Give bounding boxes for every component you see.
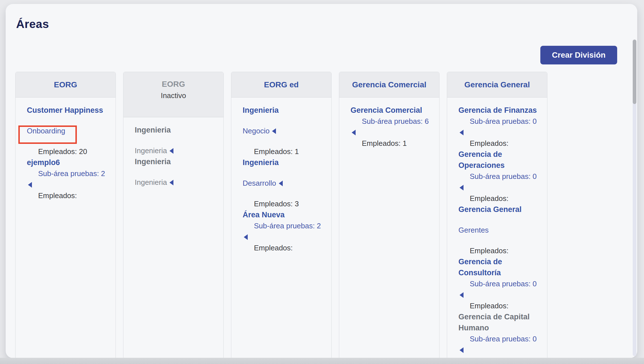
subarea-count-link-label: Sub-área pruebas: 2 (254, 222, 321, 230)
area-name-label: Gerencia de Operaciones (458, 150, 505, 170)
area-name[interactable]: Gerencia de Finanzas (458, 105, 543, 116)
collapse-triangle-icon[interactable] (460, 130, 464, 135)
subarea-count-link-label: Sub-área pruebas: 2 (38, 169, 105, 178)
subarea-count-link-label: Sub-área pruebas: 6 (362, 117, 429, 125)
area-name[interactable]: Ingenieria (135, 125, 219, 136)
divisions-board: EORGCustomer HappinessOnboardingEmpleado… (15, 72, 548, 358)
subarea-count-link[interactable]: Sub-área pruebas: 6 (351, 116, 435, 127)
collapse-toggle[interactable] (243, 231, 327, 242)
employees-count: Empleados: (458, 193, 543, 204)
division-status: Inactivo (161, 90, 186, 101)
collapse-triangle-icon[interactable] (352, 130, 356, 135)
create-division-button[interactable]: Crear División (540, 46, 617, 64)
area-name[interactable]: Gerencia de Operaciones (458, 149, 543, 171)
subarea-count-link[interactable]: Sub-área pruebas: 0 (458, 116, 543, 127)
subarea-link[interactable]: Gerentes (458, 225, 543, 236)
collapse-triangle-icon (272, 128, 276, 134)
division-header: EORGInactivo (123, 72, 223, 117)
page-bottom-strip (0, 358, 644, 364)
employees-count: Empleados: (458, 300, 543, 311)
subarea-link[interactable]: Ingenieria (135, 177, 219, 188)
subarea-link-label: Desarrollo (243, 179, 276, 187)
subarea-count-link-label: Sub-área pruebas: 0 (470, 117, 537, 125)
area-name[interactable]: Gerencia General (458, 204, 543, 215)
subarea-link[interactable]: Desarrollo (243, 178, 327, 189)
division-title[interactable]: EORG ed (264, 79, 299, 90)
employees-count-label: Empleados: 1 (362, 139, 407, 148)
subarea-count-link[interactable]: Sub-área pruebas: 0 (458, 333, 543, 344)
collapse-toggle[interactable] (458, 289, 543, 300)
collapse-toggle[interactable] (458, 127, 543, 138)
employees-count: Empleados: 20 (27, 146, 112, 157)
area-name[interactable]: Ingenieria (243, 105, 327, 116)
subarea-count-link[interactable]: Sub-área pruebas: 0 (458, 171, 543, 182)
collapse-triangle-icon[interactable] (244, 234, 248, 240)
subarea-link-label: Negocio (243, 127, 269, 135)
employees-count-label: Empleados: (470, 246, 508, 255)
area-name-label: Gerencia General (458, 205, 522, 214)
area-name[interactable]: Gerencia de Consultoría (458, 256, 543, 278)
collapse-toggle[interactable] (458, 344, 543, 356)
collapse-triangle-icon[interactable] (460, 185, 464, 190)
division-title[interactable]: EORG (54, 79, 77, 90)
employees-count: Empleados: 1 (351, 138, 435, 149)
subarea-count-link-label: Sub-área pruebas: 0 (470, 172, 537, 181)
area-name[interactable]: Gerencia de Capital Humano (458, 311, 543, 333)
subarea-link-label: Ingenieria (135, 178, 167, 187)
area-name-label: Ingenieria (135, 126, 171, 134)
area-name-label: Gerencia de Capital Humano (458, 313, 530, 332)
area-name-label: Gerencia de Finanzas (458, 106, 537, 114)
area-name-label: Customer Happiness (27, 106, 103, 114)
collapse-triangle-icon[interactable] (460, 347, 464, 353)
subarea-link-label: Onboarding (27, 127, 65, 135)
area-name[interactable]: Área Nueva (243, 209, 327, 220)
employees-count-label: Empleados: 3 (254, 200, 299, 208)
subarea-link-label: Gerentes (458, 226, 489, 234)
division-column: EORGCustomer HappinessOnboardingEmpleado… (15, 72, 116, 358)
division-column: Gerencia ComercialGerencia ComercialSub-… (339, 72, 440, 358)
employees-count: Empleados: (27, 190, 112, 201)
subarea-count-link[interactable]: Sub-área pruebas: 0 (458, 278, 543, 289)
division-column: EORG edIngenieriaNegocioEmpleados: 1Inge… (231, 72, 332, 358)
employees-count-label: Empleados: (38, 191, 77, 200)
division-column: EORGInactivoIngenieriaIngenieriaIngenier… (123, 72, 224, 358)
division-title[interactable]: Gerencia General (464, 79, 530, 90)
employees-count: Empleados: (458, 138, 543, 149)
area-name[interactable]: Gerencia Comercial (351, 105, 435, 116)
division-column: Gerencia GeneralGerencia de FinanzasSub-… (447, 72, 547, 358)
area-name[interactable]: Customer Happiness (27, 105, 112, 116)
division-title[interactable]: EORG (162, 79, 185, 90)
area-name-label: ejemplo6 (27, 158, 60, 167)
collapse-toggle[interactable] (351, 127, 435, 138)
area-name[interactable]: Ingenieria (243, 157, 327, 168)
subarea-link[interactable]: Ingenieria (135, 145, 219, 156)
area-name-label: Gerencia Comercial (351, 106, 422, 114)
area-name[interactable]: ejemplo6 (27, 157, 112, 168)
employees-count-label: Empleados: 20 (38, 147, 87, 156)
subarea-count-link-label: Sub-área pruebas: 0 (470, 280, 537, 288)
areas-card: Áreas Crear División EORGCustomer Happin… (6, 4, 637, 358)
collapse-toggle[interactable] (27, 179, 112, 190)
employees-count: Empleados: 3 (243, 198, 327, 209)
division-body: IngenieriaIngenieriaIngenieriaIngenieria (123, 117, 223, 358)
subarea-link[interactable]: Onboarding (27, 125, 112, 136)
scrollbar-thumb[interactable] (633, 40, 636, 104)
division-header: Gerencia Comercial (339, 72, 439, 97)
subarea-count-link[interactable]: Sub-área pruebas: 2 (243, 220, 327, 231)
subarea-link[interactable]: Negocio (243, 125, 327, 136)
collapse-triangle-icon (169, 180, 173, 185)
employees-count: Empleados: 1 (243, 146, 327, 157)
subarea-count-link-label: Sub-área pruebas: 0 (470, 335, 537, 343)
area-name[interactable]: Ingenieria (135, 156, 219, 167)
division-title[interactable]: Gerencia Comercial (352, 79, 426, 90)
collapse-toggle[interactable] (458, 182, 543, 193)
division-body: Gerencia de FinanzasSub-área pruebas: 0E… (447, 97, 547, 358)
collapse-triangle-icon[interactable] (28, 182, 32, 188)
division-body: Gerencia ComercialSub-área pruebas: 6Emp… (339, 97, 439, 358)
employees-count-label: Empleados: (470, 194, 508, 203)
subarea-count-link[interactable]: Sub-área pruebas: 2 (27, 168, 112, 179)
subarea-link-label: Ingenieria (135, 146, 167, 155)
collapse-triangle-icon[interactable] (460, 292, 464, 298)
division-body: IngenieriaNegocioEmpleados: 1IngenieriaD… (231, 97, 331, 358)
page-title: Áreas (16, 18, 49, 31)
